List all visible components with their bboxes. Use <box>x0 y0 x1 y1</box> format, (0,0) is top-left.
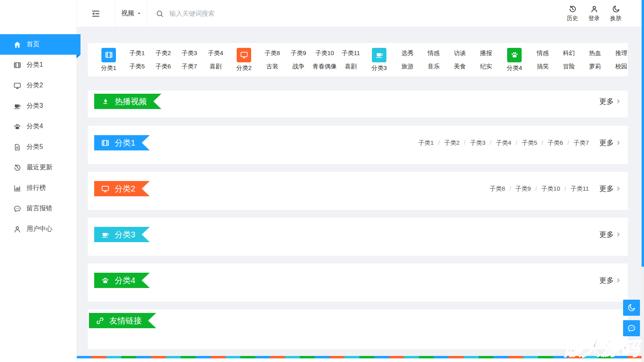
channel-dropdown-label: 视频 <box>122 9 134 18</box>
section-ribbon-category3[interactable]: 分类3 <box>94 227 150 242</box>
home-icon <box>13 41 21 49</box>
quick-subcategory-link[interactable]: 美食 <box>454 63 466 70</box>
section-ribbon-category2[interactable]: 分类2 <box>94 181 150 196</box>
skin-button[interactable]: 换肤 <box>610 5 621 22</box>
more-link[interactable]: 更多 <box>599 97 621 106</box>
scrollbar-thumb[interactable] <box>642 0 644 267</box>
night-mode-button[interactable] <box>623 300 640 316</box>
quick-subcategory-link[interactable]: 萝莉 <box>589 63 601 70</box>
sidebar-item-home[interactable]: 首页 <box>0 34 80 55</box>
quick-subcategory-link[interactable]: 子类11 <box>342 49 360 57</box>
quick-subcategory-link[interactable]: 访谈 <box>454 49 466 57</box>
subcategory-link[interactable]: 子类5 <box>522 139 537 147</box>
chevron-right-icon <box>615 98 621 105</box>
login-button[interactable]: 登录 <box>588 5 600 22</box>
separator: / <box>490 140 491 146</box>
quick-subcategory-link[interactable]: 喜剧 <box>345 63 357 70</box>
subcategory-link[interactable]: 子类10 <box>541 185 560 193</box>
coffee-icon <box>13 102 21 110</box>
quick-subcategory-link[interactable]: 播报 <box>480 49 492 57</box>
sidebar-item-category2[interactable]: 分类2 <box>0 75 76 96</box>
quick-subcategory-link[interactable]: 子类4 <box>208 49 223 57</box>
quick-subcategory-column: 子类11喜剧 <box>338 49 364 70</box>
sidebar-item-ranking[interactable]: 排行榜 <box>0 178 76 198</box>
sidebar-item-feedback[interactable]: 留言报错 <box>0 198 76 219</box>
quick-subcategory-link[interactable]: 旅游 <box>402 63 414 70</box>
section-header-right: 更多 <box>589 273 621 288</box>
quick-subcategory-link[interactable]: 科幻 <box>563 49 575 57</box>
subcategory-link[interactable]: 子类7 <box>574 139 589 147</box>
sidebar-item-category5[interactable]: 分类5 <box>0 137 76 157</box>
quick-subcategory-link[interactable]: 推理 <box>615 49 627 57</box>
quick-subcategory-link[interactable]: 战争 <box>293 63 305 70</box>
quick-subcategory-link[interactable]: 纪实 <box>480 63 492 70</box>
quick-subcategory-link[interactable]: 子类1 <box>129 49 144 57</box>
subcategory-link[interactable]: 子类3 <box>470 139 485 147</box>
history-label: 历史 <box>567 15 578 22</box>
subcategory-link[interactable]: 子类6 <box>547 139 563 147</box>
quick-category[interactable]: 分类2 <box>229 48 259 72</box>
quick-subcategory-link[interactable]: 喜剧 <box>210 63 222 70</box>
quick-subcategory-link[interactable]: 搞笑 <box>537 63 549 70</box>
sidebar-item-category4[interactable]: 分类4 <box>0 116 76 137</box>
skin-label: 换肤 <box>610 15 621 22</box>
footer-area <box>76 358 644 362</box>
user-icon <box>590 5 599 13</box>
quick-subcategory-link[interactable]: 子类5 <box>129 63 144 70</box>
quick-subcategory-link[interactable]: 选秀 <box>402 49 414 57</box>
more-label: 更多 <box>599 97 614 106</box>
section-title: 分类4 <box>115 275 135 286</box>
subcategory-link[interactable]: 子类8 <box>489 185 505 193</box>
channel-dropdown[interactable]: 视频 <box>116 0 147 27</box>
quick-subcategory-link[interactable]: 子类9 <box>291 49 306 57</box>
section-ribbon-hot[interactable]: 热播视频 <box>94 94 161 109</box>
section-title: 分类2 <box>115 183 135 194</box>
scrollbar[interactable] <box>642 0 644 362</box>
quick-subcategory-link[interactable]: 青春偶像 <box>313 63 337 70</box>
sidebar-item-category3[interactable]: 分类3 <box>0 96 76 116</box>
quick-subcategory-link[interactable]: 子类10 <box>315 49 334 57</box>
quick-subcategory-link[interactable]: 子类2 <box>155 49 171 57</box>
more-link[interactable]: 更多 <box>599 276 621 285</box>
more-link[interactable]: 更多 <box>599 184 621 193</box>
search-input[interactable] <box>169 10 323 18</box>
subcategory-link[interactable]: 子类9 <box>516 185 531 193</box>
quick-subcategory-link[interactable]: 子类8 <box>264 49 280 57</box>
quick-category[interactable]: 分类3 <box>364 48 394 72</box>
sidebar-item-category1[interactable]: 分类1 <box>0 55 76 75</box>
quick-subcategory-link[interactable]: 音乐 <box>428 63 440 70</box>
sidebar-item-recent-updates[interactable]: 最近更新 <box>0 157 76 178</box>
more-link[interactable]: 更多 <box>599 138 621 148</box>
sidebar-item-user-center[interactable]: 用户中心 <box>0 219 76 239</box>
quick-category[interactable]: 分类4 <box>499 48 530 72</box>
subcategory-link[interactable]: 子类4 <box>496 139 511 147</box>
quick-subcategory-link[interactable]: 冒险 <box>563 63 575 70</box>
section-ribbon-friend-links[interactable]: 友情链接 <box>89 313 156 328</box>
subcategory-link[interactable]: 子类11 <box>570 185 589 193</box>
more-label: 更多 <box>599 276 614 285</box>
section-title: 分类1 <box>115 138 135 148</box>
film-icon <box>13 61 21 69</box>
quick-categories-card: 分类1子类1子类5子类2子类6子类3子类7子类4喜剧分类2子类8古装子类9战争子… <box>88 43 628 76</box>
quick-subcategory-link[interactable]: 情感 <box>537 49 549 57</box>
section-ribbon-category4[interactable]: 分类4 <box>94 273 150 288</box>
quick-subcategory-link[interactable]: 校园 <box>615 63 627 70</box>
film-icon <box>101 48 116 62</box>
quick-subcategory-link[interactable]: 子类7 <box>182 63 197 70</box>
subcategory-link[interactable]: 子类1 <box>418 139 433 147</box>
history-button[interactable]: 历史 <box>567 5 578 22</box>
quick-category[interactable]: 分类1 <box>93 48 124 72</box>
quick-subcategory-link[interactable]: 子类6 <box>155 63 171 70</box>
quick-subcategory-link[interactable]: 子类3 <box>182 49 197 57</box>
quick-subcategory-link[interactable]: 古装 <box>266 63 279 70</box>
quick-subcategory-column: 情感搞笑 <box>530 49 556 70</box>
subcategory-link[interactable]: 子类2 <box>444 139 459 147</box>
more-link[interactable]: 更多 <box>599 230 621 239</box>
quick-subcategory-link[interactable]: 热血 <box>589 49 601 57</box>
quick-subcategory-link[interactable]: 情感 <box>428 49 440 57</box>
feedback-button[interactable] <box>623 320 640 336</box>
section-ribbon-category1[interactable]: 分类1 <box>94 135 150 150</box>
collapse-menu-button[interactable] <box>76 0 116 27</box>
more-label: 更多 <box>599 184 614 193</box>
quick-subcategory-column: 情感音乐 <box>421 49 447 70</box>
